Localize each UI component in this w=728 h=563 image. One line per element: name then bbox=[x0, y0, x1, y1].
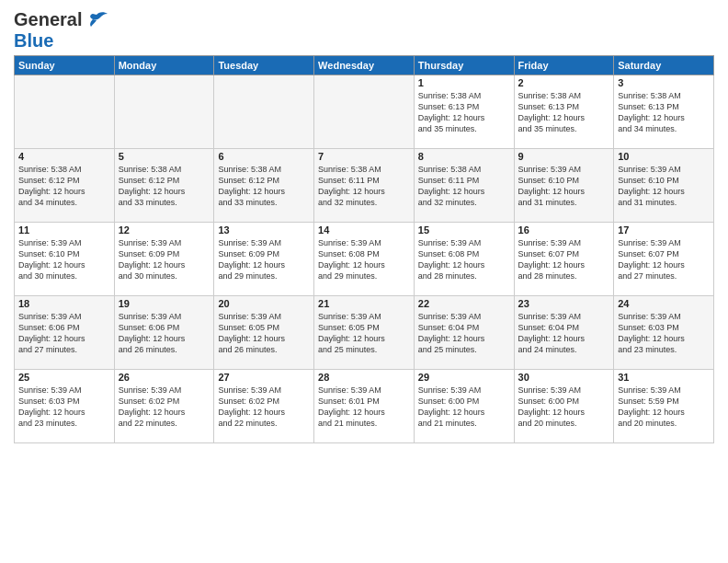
day-cell: 25Sunrise: 5:39 AM Sunset: 6:03 PM Dayli… bbox=[15, 370, 115, 443]
day-number: 2 bbox=[518, 77, 610, 88]
day-cell: 5Sunrise: 5:38 AM Sunset: 6:12 PM Daylig… bbox=[114, 149, 214, 223]
day-number: 25 bbox=[18, 372, 110, 383]
day-number: 31 bbox=[618, 372, 710, 383]
day-info: Sunrise: 5:39 AM Sunset: 6:06 PM Dayligh… bbox=[119, 311, 210, 356]
day-number: 27 bbox=[218, 372, 310, 383]
day-cell: 31Sunrise: 5:39 AM Sunset: 5:59 PM Dayli… bbox=[614, 370, 714, 443]
week-row-3: 11Sunrise: 5:39 AM Sunset: 6:10 PM Dayli… bbox=[15, 223, 714, 296]
day-info: Sunrise: 5:38 AM Sunset: 6:13 PM Dayligh… bbox=[518, 90, 610, 135]
day-cell: 11Sunrise: 5:39 AM Sunset: 6:10 PM Dayli… bbox=[15, 223, 115, 296]
day-cell: 27Sunrise: 5:39 AM Sunset: 6:02 PM Dayli… bbox=[214, 370, 314, 443]
day-info: Sunrise: 5:39 AM Sunset: 6:07 PM Dayligh… bbox=[618, 237, 710, 282]
day-cell: 8Sunrise: 5:38 AM Sunset: 6:11 PM Daylig… bbox=[414, 149, 514, 223]
day-info: Sunrise: 5:39 AM Sunset: 6:00 PM Dayligh… bbox=[518, 385, 610, 430]
day-number: 24 bbox=[618, 298, 710, 309]
day-cell: 20Sunrise: 5:39 AM Sunset: 6:05 PM Dayli… bbox=[214, 296, 314, 370]
day-number: 29 bbox=[418, 372, 510, 383]
day-info: Sunrise: 5:39 AM Sunset: 6:05 PM Dayligh… bbox=[318, 311, 410, 356]
day-number: 14 bbox=[318, 224, 410, 236]
day-number: 15 bbox=[418, 224, 510, 236]
day-number: 7 bbox=[318, 151, 410, 162]
day-cell: 6Sunrise: 5:38 AM Sunset: 6:12 PM Daylig… bbox=[214, 149, 314, 223]
day-info: Sunrise: 5:39 AM Sunset: 6:02 PM Dayligh… bbox=[218, 385, 310, 430]
day-number: 6 bbox=[218, 151, 310, 162]
day-number: 13 bbox=[218, 224, 310, 236]
day-cell: 26Sunrise: 5:39 AM Sunset: 6:02 PM Dayli… bbox=[114, 370, 214, 443]
day-number: 11 bbox=[18, 224, 110, 236]
day-number: 28 bbox=[318, 372, 410, 383]
day-number: 12 bbox=[119, 224, 210, 236]
logo-bird-icon bbox=[84, 11, 109, 31]
day-info: Sunrise: 5:38 AM Sunset: 6:12 PM Dayligh… bbox=[218, 164, 310, 209]
day-info: Sunrise: 5:39 AM Sunset: 6:06 PM Dayligh… bbox=[18, 311, 110, 356]
day-number: 22 bbox=[418, 298, 510, 309]
day-number: 8 bbox=[418, 151, 510, 162]
day-number: 19 bbox=[119, 298, 210, 309]
day-number: 26 bbox=[119, 372, 210, 383]
day-info: Sunrise: 5:39 AM Sunset: 6:08 PM Dayligh… bbox=[318, 237, 410, 282]
day-cell: 28Sunrise: 5:39 AM Sunset: 6:01 PM Dayli… bbox=[314, 370, 415, 443]
header-monday: Monday bbox=[114, 56, 214, 75]
day-info: Sunrise: 5:39 AM Sunset: 6:03 PM Dayligh… bbox=[618, 311, 710, 356]
week-row-1: 1Sunrise: 5:38 AM Sunset: 6:13 PM Daylig… bbox=[15, 75, 714, 149]
day-cell: 13Sunrise: 5:39 AM Sunset: 6:09 PM Dayli… bbox=[214, 223, 314, 296]
day-info: Sunrise: 5:39 AM Sunset: 6:07 PM Dayligh… bbox=[518, 237, 610, 282]
header-saturday: Saturday bbox=[614, 56, 714, 75]
day-cell: 4Sunrise: 5:38 AM Sunset: 6:12 PM Daylig… bbox=[15, 149, 115, 223]
day-cell bbox=[214, 75, 314, 149]
day-number: 9 bbox=[518, 151, 610, 162]
day-info: Sunrise: 5:39 AM Sunset: 6:10 PM Dayligh… bbox=[518, 164, 610, 209]
week-row-2: 4Sunrise: 5:38 AM Sunset: 6:12 PM Daylig… bbox=[15, 149, 714, 223]
day-info: Sunrise: 5:38 AM Sunset: 6:11 PM Dayligh… bbox=[418, 164, 510, 209]
day-cell: 30Sunrise: 5:39 AM Sunset: 6:00 PM Dayli… bbox=[514, 370, 614, 443]
day-info: Sunrise: 5:39 AM Sunset: 6:09 PM Dayligh… bbox=[119, 237, 210, 282]
page-container: General Blue SundayMondayTuesdayWednesda… bbox=[0, 0, 728, 451]
day-info: Sunrise: 5:38 AM Sunset: 6:11 PM Dayligh… bbox=[318, 164, 410, 209]
day-info: Sunrise: 5:39 AM Sunset: 6:02 PM Dayligh… bbox=[119, 385, 210, 430]
header-friday: Friday bbox=[514, 56, 614, 75]
header-sunday: Sunday bbox=[15, 56, 115, 75]
header-row: SundayMondayTuesdayWednesdayThursdayFrid… bbox=[15, 56, 714, 75]
header: General Blue bbox=[14, 9, 714, 52]
day-number: 3 bbox=[618, 77, 710, 88]
day-cell: 18Sunrise: 5:39 AM Sunset: 6:06 PM Dayli… bbox=[15, 296, 115, 370]
day-number: 4 bbox=[18, 151, 110, 162]
day-cell: 9Sunrise: 5:39 AM Sunset: 6:10 PM Daylig… bbox=[514, 149, 614, 223]
day-cell: 21Sunrise: 5:39 AM Sunset: 6:05 PM Dayli… bbox=[314, 296, 415, 370]
day-cell bbox=[15, 75, 115, 149]
day-info: Sunrise: 5:39 AM Sunset: 6:00 PM Dayligh… bbox=[418, 385, 510, 430]
day-number: 1 bbox=[418, 77, 510, 88]
day-cell: 3Sunrise: 5:38 AM Sunset: 6:13 PM Daylig… bbox=[614, 75, 714, 149]
day-cell: 23Sunrise: 5:39 AM Sunset: 6:04 PM Dayli… bbox=[514, 296, 614, 370]
day-info: Sunrise: 5:38 AM Sunset: 6:12 PM Dayligh… bbox=[119, 164, 210, 209]
day-info: Sunrise: 5:38 AM Sunset: 6:13 PM Dayligh… bbox=[618, 90, 710, 135]
day-cell: 10Sunrise: 5:39 AM Sunset: 6:10 PM Dayli… bbox=[614, 149, 714, 223]
day-cell bbox=[114, 75, 214, 149]
day-info: Sunrise: 5:39 AM Sunset: 6:01 PM Dayligh… bbox=[318, 385, 410, 430]
day-info: Sunrise: 5:38 AM Sunset: 6:12 PM Dayligh… bbox=[18, 164, 110, 209]
day-info: Sunrise: 5:39 AM Sunset: 6:04 PM Dayligh… bbox=[518, 311, 610, 356]
week-row-4: 18Sunrise: 5:39 AM Sunset: 6:06 PM Dayli… bbox=[15, 296, 714, 370]
day-cell: 12Sunrise: 5:39 AM Sunset: 6:09 PM Dayli… bbox=[114, 223, 214, 296]
day-info: Sunrise: 5:39 AM Sunset: 6:10 PM Dayligh… bbox=[618, 164, 710, 209]
day-cell: 16Sunrise: 5:39 AM Sunset: 6:07 PM Dayli… bbox=[514, 223, 614, 296]
day-number: 17 bbox=[618, 224, 710, 236]
day-number: 20 bbox=[218, 298, 310, 309]
day-cell: 15Sunrise: 5:39 AM Sunset: 6:08 PM Dayli… bbox=[414, 223, 514, 296]
day-info: Sunrise: 5:39 AM Sunset: 6:10 PM Dayligh… bbox=[18, 237, 110, 282]
header-thursday: Thursday bbox=[414, 56, 514, 75]
day-info: Sunrise: 5:39 AM Sunset: 5:59 PM Dayligh… bbox=[618, 385, 710, 430]
logo-general: General bbox=[14, 9, 82, 29]
week-row-5: 25Sunrise: 5:39 AM Sunset: 6:03 PM Dayli… bbox=[15, 370, 714, 443]
day-number: 16 bbox=[518, 224, 610, 236]
day-info: Sunrise: 5:39 AM Sunset: 6:08 PM Dayligh… bbox=[418, 237, 510, 282]
day-cell: 22Sunrise: 5:39 AM Sunset: 6:04 PM Dayli… bbox=[414, 296, 514, 370]
day-number: 18 bbox=[18, 298, 110, 309]
day-cell bbox=[314, 75, 415, 149]
calendar-table: SundayMondayTuesdayWednesdayThursdayFrid… bbox=[14, 55, 714, 443]
day-info: Sunrise: 5:38 AM Sunset: 6:13 PM Dayligh… bbox=[418, 90, 510, 135]
header-wednesday: Wednesday bbox=[314, 56, 415, 75]
logo: General Blue bbox=[14, 9, 109, 52]
day-cell: 14Sunrise: 5:39 AM Sunset: 6:08 PM Dayli… bbox=[314, 223, 415, 296]
day-cell: 7Sunrise: 5:38 AM Sunset: 6:11 PM Daylig… bbox=[314, 149, 415, 223]
